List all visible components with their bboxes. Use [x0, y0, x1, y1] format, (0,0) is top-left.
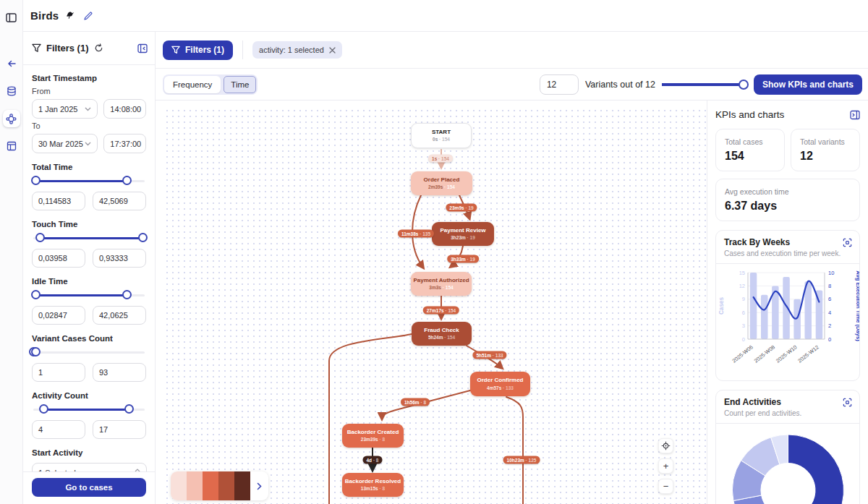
range-slider[interactable]	[33, 404, 145, 414]
sidebar-toggle-icon[interactable]	[3, 9, 20, 26]
slider-min-input[interactable]: 4	[32, 420, 85, 439]
slider-max-input[interactable]: 0,93333	[93, 249, 146, 268]
svg-text:6: 6	[742, 309, 745, 316]
track-by-weeks-subtitle: Cases and execution time per week.	[724, 249, 851, 257]
process-node-payment-review[interactable]: Payment Review3h23m · 19	[432, 222, 494, 246]
slider-handle-max[interactable]	[31, 347, 41, 356]
active-filter-chip[interactable]: activity: 1 selected	[252, 41, 342, 59]
kpi-panel-title: KPIs and charts	[715, 109, 784, 120]
to-time-input[interactable]: 17:37:00	[103, 134, 146, 153]
slider-label: Total Time	[32, 163, 146, 171]
tab-frequency[interactable]: Frequency	[164, 76, 221, 93]
slider-handle-max[interactable]	[122, 176, 132, 185]
process-node-order-placed[interactable]: Order Placed2m39s · 154	[411, 171, 472, 195]
zoom-in-button[interactable]: +	[658, 458, 673, 474]
divider	[242, 40, 243, 59]
datasets-icon[interactable]	[3, 82, 20, 100]
slider-min-input[interactable]: 0,114583	[32, 192, 85, 210]
toolbar-filters-row: Filters (1) activity: 1 selected	[156, 32, 868, 69]
legend-swatch	[203, 471, 218, 500]
edge-label: 5h51m · 133	[472, 351, 506, 359]
kpi-card-total-cases: Total cases 154	[715, 129, 785, 171]
kpi-panel: KPIs and charts Total cases 154	[707, 101, 868, 504]
left-rail	[0, 0, 23, 504]
slider-min-input[interactable]: 0,02847	[32, 306, 85, 325]
filters-button[interactable]: Filters (1)	[163, 40, 233, 60]
show-kpis-button[interactable]: Show KPIs and charts	[754, 74, 862, 95]
svg-text:Avg Execution Time (Days): Avg Execution Time (Days)	[855, 270, 860, 341]
expand-chart-icon[interactable]	[843, 238, 852, 247]
range-slider[interactable]	[33, 347, 145, 357]
variants-slider[interactable]	[662, 80, 747, 90]
fit-view-button[interactable]	[658, 438, 673, 453]
reset-filters-icon[interactable]	[94, 43, 103, 53]
process-explorer-icon[interactable]	[3, 110, 20, 127]
collapse-filters-panel-icon[interactable]	[137, 43, 148, 54]
slider-handle-min[interactable]	[35, 233, 45, 242]
process-node-backorder-resolved[interactable]: Backorder Resolved13m15s · 8	[342, 473, 404, 497]
track-by-weeks-chart: 0369121502468102025-W062025-W082025-W102…	[716, 264, 859, 380]
start-activity-label: Start Activity	[32, 448, 146, 457]
edit-title-icon[interactable]	[83, 11, 93, 21]
filter-slider-variant-cases-count: Variant Cases Count193	[32, 334, 146, 382]
svg-text:0: 0	[828, 336, 831, 343]
from-date-select[interactable]: 1 Jan 2025	[32, 99, 98, 119]
slider-handle-min[interactable]	[39, 404, 48, 414]
process-node-start[interactable]: START0s · 154	[411, 123, 472, 148]
range-slider[interactable]	[33, 290, 145, 300]
legend-expand-chevron-icon[interactable]	[256, 482, 263, 490]
process-map[interactable]: START0s · 154Order Placed2m39s · 154Paym…	[156, 101, 707, 504]
slider-min-input[interactable]: 1	[32, 363, 85, 382]
from-time-input[interactable]: 14:08:00	[103, 99, 146, 119]
variants-label: Variants out of 12	[585, 80, 655, 90]
go-to-cases-button[interactable]: Go to cases	[32, 478, 146, 497]
slider-max-input[interactable]: 17	[93, 420, 146, 439]
duration-color-legend	[171, 471, 268, 500]
edge-label: 23m9s · 19	[446, 204, 477, 212]
expand-chart-icon[interactable]	[843, 398, 852, 407]
slider-handle-min[interactable]	[31, 176, 41, 185]
bird-icon	[64, 10, 75, 21]
slider-handle-max[interactable]	[124, 404, 134, 414]
legend-swatch	[218, 471, 234, 500]
svg-text:15: 15	[739, 270, 745, 276]
slider-handle-max[interactable]	[138, 233, 148, 242]
slider-handle-max[interactable]	[122, 290, 132, 299]
process-node-backorder-created[interactable]: Backorder Created23m39s · 8	[342, 424, 404, 448]
svg-text:6: 6	[828, 296, 831, 302]
edge-label: 1h56m · 8	[401, 398, 430, 406]
variants-slider-handle[interactable]	[739, 80, 749, 90]
back-arrow-icon[interactable]	[3, 55, 20, 72]
legend-swatch	[171, 471, 187, 500]
end-activities-card: End Activities Count per end activities.	[715, 390, 860, 504]
funnel-icon	[171, 46, 180, 54]
end-activities-title: End Activities	[724, 397, 851, 407]
range-slider[interactable]	[33, 233, 145, 243]
variants-count-input[interactable]: 12	[540, 74, 579, 95]
process-node-order-confirmed[interactable]: Order Confirmed4m57s · 133	[470, 372, 530, 396]
collapse-kpi-panel-icon[interactable]	[850, 110, 860, 120]
slider-handle-min[interactable]	[31, 290, 41, 299]
edge-label: 10h23m · 125	[503, 456, 540, 464]
edge-label: 11m38s · 135	[398, 230, 434, 238]
tab-time[interactable]: Time	[224, 76, 256, 93]
view-toggle: Frequency Time	[163, 74, 258, 95]
table-view-icon[interactable]	[3, 137, 20, 155]
slider-max-input[interactable]: 42,0625	[93, 306, 146, 325]
rail-nav	[3, 55, 20, 165]
zoom-out-button[interactable]: −	[658, 479, 673, 494]
process-node-payment-authorized[interactable]: Payment Authorized3m3s · 154	[411, 272, 472, 296]
slider-max-input[interactable]: 42,5069	[93, 192, 146, 210]
process-node-fraud-check[interactable]: Fraud Check5h24m · 154	[412, 322, 472, 346]
filter-slider-idle-time: Idle Time0,0284742,0625	[32, 277, 146, 325]
map-controls: + −	[658, 438, 673, 494]
edge-label: 3h33m · 19	[447, 255, 479, 263]
to-label: To	[32, 121, 146, 130]
slider-max-input[interactable]: 93	[93, 363, 146, 382]
svg-text:2: 2	[828, 323, 831, 329]
range-slider[interactable]	[33, 176, 145, 186]
start-activity-select[interactable]: 1 Selected	[32, 463, 147, 471]
to-date-select[interactable]: 30 Mar 2025	[32, 134, 98, 153]
slider-min-input[interactable]: 0,03958	[32, 249, 85, 268]
chip-remove-icon[interactable]	[329, 47, 336, 54]
